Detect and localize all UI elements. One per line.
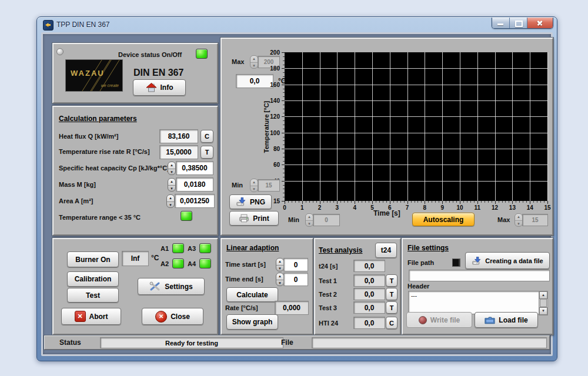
file-path-indicator[interactable] xyxy=(452,258,460,267)
rise-rate-value[interactable]: 15,0000 xyxy=(159,145,198,159)
abort-button[interactable]: ✕ Abort xyxy=(61,308,121,325)
x-tick-minor xyxy=(481,201,482,203)
temp-range-led[interactable] xyxy=(181,211,192,221)
write-file-button[interactable]: Write file xyxy=(406,312,472,328)
ymin-value[interactable]: 15 xyxy=(258,179,280,192)
hti24-label: HTI 24 xyxy=(319,320,338,327)
x-tick-minor xyxy=(446,201,446,203)
chart-panel: Max ▲▼ 200 0,0 °C Temperature [°C] 01234… xyxy=(220,38,553,236)
led-a2[interactable] xyxy=(172,258,184,268)
x-tick-major xyxy=(302,201,303,204)
scroll-up-icon[interactable]: ▲ xyxy=(539,291,547,299)
x-tick-minor xyxy=(316,201,317,203)
test1-t-button[interactable]: T xyxy=(386,274,397,287)
x-tick-label: 7 xyxy=(406,204,409,211)
burner-unit-label: °C xyxy=(151,254,159,262)
calculation-parameters-panel: Calculation parameters Heat flux Q [kW/m… xyxy=(52,106,218,236)
burner-on-button[interactable]: Burner On xyxy=(67,251,119,267)
time-end-spinner[interactable]: ▲▼ xyxy=(276,273,284,286)
ymin-spinner[interactable]: ▲▼ xyxy=(250,179,258,192)
ymax-spinner[interactable]: ▲▼ xyxy=(250,55,258,69)
led-a1[interactable] xyxy=(172,243,184,253)
rise-rate-label: Temperature rise rate R [°C/s] xyxy=(59,148,150,155)
autoscaling-button[interactable]: Autoscaling xyxy=(412,213,475,226)
x-tick-minor xyxy=(526,201,527,203)
save-image-icon xyxy=(236,197,246,206)
xmax-value[interactable]: 15 xyxy=(522,214,548,226)
x-tick-minor xyxy=(492,201,492,203)
test3-t-button[interactable]: T xyxy=(386,301,397,314)
cp-spinner[interactable]: ▲▼ xyxy=(168,162,176,175)
info-button[interactable]: Info xyxy=(133,79,186,96)
close-button[interactable]: ✕ Close xyxy=(142,308,203,325)
area-spinner[interactable]: ▲▼ xyxy=(166,194,175,208)
y-tick-label: 140 xyxy=(270,98,280,104)
x-tick-major xyxy=(285,201,285,204)
header-scrollbar[interactable]: ▲ ▼ xyxy=(539,291,548,315)
area-value[interactable]: 0,001250 xyxy=(175,194,215,208)
led-a3[interactable] xyxy=(199,243,211,253)
maximize-button[interactable] xyxy=(510,18,527,28)
mass-label: Mass M [kg] xyxy=(59,181,96,188)
xmin-value[interactable]: 0 xyxy=(313,214,340,226)
hti24-value: 0,0 xyxy=(353,317,385,329)
device-status-led[interactable] xyxy=(196,49,208,59)
gridline-vertical xyxy=(425,52,425,201)
show-graph-button[interactable]: Show graph xyxy=(226,314,278,330)
x-tick-minor xyxy=(428,201,429,203)
time-end-value[interactable]: 0 xyxy=(283,273,308,286)
test-button[interactable]: Test xyxy=(67,288,119,303)
heat-flux-c-button[interactable]: C xyxy=(201,130,213,143)
mass-spinner[interactable]: ▲▼ xyxy=(168,178,176,192)
png-button[interactable]: PNG xyxy=(229,194,272,209)
create-data-file-button[interactable]: Creating a data file xyxy=(465,252,550,269)
y-tick-label: 180 xyxy=(270,65,280,72)
gridline-vertical xyxy=(337,52,338,201)
y-tick-minor xyxy=(283,80,285,81)
y-tick-label: 100 xyxy=(270,129,280,136)
status-value: Ready for testing xyxy=(100,337,283,348)
header-textarea[interactable]: --- --- xyxy=(408,291,540,314)
time-start-spinner[interactable]: ▲▼ xyxy=(276,258,284,271)
y-tick-minor xyxy=(283,76,285,77)
settings-button[interactable]: Settings xyxy=(138,278,205,295)
x-tick-minor xyxy=(306,201,306,203)
x-tick-minor xyxy=(404,201,405,203)
titlebar[interactable]: TPP DIN EN 367 xyxy=(37,17,557,32)
calculate-button[interactable]: Calculate xyxy=(226,287,278,302)
red-led-icon xyxy=(419,316,427,324)
heat-flux-label: Heat flux Q [kW/m²] xyxy=(59,133,118,140)
scroll-down-icon[interactable]: ▼ xyxy=(539,307,547,315)
file-path-field[interactable] xyxy=(409,270,550,281)
x-tick-major xyxy=(425,201,425,204)
calibration-button[interactable]: Calibration xyxy=(67,271,119,287)
rise-rate-t-button[interactable]: T xyxy=(201,146,213,159)
gridline-vertical xyxy=(390,52,390,201)
y-tick-minor xyxy=(283,125,285,125)
x-tick-minor xyxy=(365,201,366,203)
led-a4[interactable] xyxy=(199,258,211,268)
x-tick-minor xyxy=(533,201,534,203)
t24-button[interactable]: t24 xyxy=(375,243,397,258)
cp-value[interactable]: 0,38500 xyxy=(176,161,213,175)
logo-text: WAZAU xyxy=(71,69,105,78)
load-file-button[interactable]: Load file xyxy=(475,312,538,328)
scrollbar-thumb[interactable] xyxy=(540,299,547,308)
gridline-horizontal xyxy=(285,68,547,69)
heat-flux-value[interactable]: 83,160 xyxy=(159,129,198,143)
plot-area[interactable]: 0123456789101112131415154060801001201401… xyxy=(285,52,547,201)
gridline-vertical xyxy=(460,52,460,201)
x-tick-minor xyxy=(456,201,457,203)
print-button[interactable]: Print xyxy=(229,211,279,226)
hti24-c-button[interactable]: C xyxy=(386,317,397,329)
close-window-button[interactable] xyxy=(527,18,553,28)
y-tick-minor xyxy=(283,89,285,89)
test2-t-button[interactable]: T xyxy=(386,288,397,300)
mass-value[interactable]: 0,0180 xyxy=(176,177,213,192)
y-axis-title: Temperature [°C] xyxy=(263,101,270,153)
y-tick-minor xyxy=(283,72,285,73)
time-start-value[interactable]: 0 xyxy=(283,258,308,271)
xmax-spinner[interactable]: ▲▼ xyxy=(514,213,523,227)
xmin-spinner[interactable]: ▲▼ xyxy=(305,213,313,227)
minimize-button[interactable] xyxy=(492,18,510,28)
